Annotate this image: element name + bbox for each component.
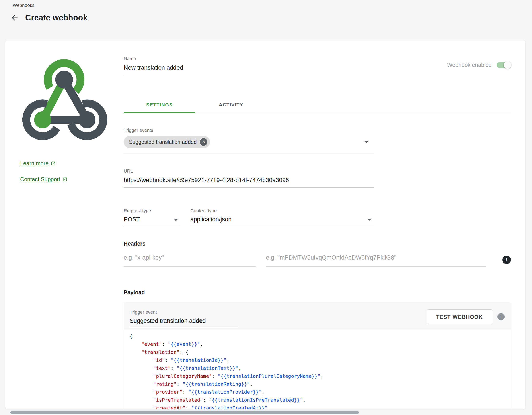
webhook-enabled-toggle[interactable] <box>496 62 511 68</box>
back-arrow-icon <box>10 13 19 22</box>
horizontal-scrollbar[interactable] <box>10 411 359 414</box>
page-title: Create webhook <box>25 13 87 22</box>
name-input[interactable] <box>124 63 374 76</box>
plus-icon: + <box>504 257 509 263</box>
content-type-field: Content type application/json <box>190 208 374 226</box>
payload-trigger-select[interactable]: Suggested translation added <box>130 317 238 328</box>
payload-code[interactable]: { "event": "{{event}}", "translation": {… <box>124 330 511 409</box>
open-in-new-icon <box>63 177 67 182</box>
breadcrumb[interactable]: Webhooks <box>13 3 35 8</box>
payload-header: Trigger event Suggested translation adde… <box>124 303 511 330</box>
chevron-down-icon <box>199 320 203 323</box>
payload-heading: Payload <box>124 289 145 296</box>
tab-settings[interactable]: SETTINGS <box>124 97 195 113</box>
webhook-logo <box>21 58 109 142</box>
webhook-card: Learn more Contact Support Name Webhook … <box>5 40 526 409</box>
content-type-select[interactable]: application/json <box>190 215 374 226</box>
chip-remove-button[interactable]: ✕ <box>200 138 207 146</box>
payload-editor: Trigger event Suggested translation adde… <box>124 303 511 409</box>
back-button[interactable] <box>10 13 19 23</box>
add-header-button[interactable]: + <box>502 256 511 264</box>
learn-more-label: Learn more <box>20 160 48 167</box>
payload-trigger-field: Trigger event Suggested translation adde… <box>130 309 238 330</box>
payload-trigger-value: Suggested translation added <box>130 317 206 324</box>
url-field: URL <box>124 168 374 188</box>
payload-trigger-label: Trigger event <box>130 309 238 315</box>
content-type-label: Content type <box>190 208 374 213</box>
toggle-thumb <box>504 61 511 69</box>
trigger-event-chip: Suggested translation added ✕ <box>124 136 210 148</box>
request-type-label: Request type <box>124 208 179 213</box>
header-key-input[interactable] <box>124 253 256 267</box>
test-webhook-button[interactable]: TEST WEBHOOK <box>427 309 492 324</box>
open-in-new-icon <box>51 161 56 166</box>
contact-support-link[interactable]: Contact Support <box>20 176 67 183</box>
request-type-select[interactable]: POST <box>124 215 179 226</box>
payload-actions: TEST WEBHOOK i <box>427 309 504 330</box>
header-value-input[interactable] <box>266 253 486 267</box>
close-icon: ✕ <box>202 139 205 144</box>
page-header: Create webhook <box>10 13 87 23</box>
trigger-events-select[interactable]: Suggested translation added ✕ <box>124 136 374 148</box>
content-type-value: application/json <box>190 216 232 223</box>
webhook-enabled-row: Webhook enabled <box>447 62 511 68</box>
chevron-down-icon <box>174 219 178 221</box>
name-label: Name <box>124 56 374 61</box>
headers-heading: Headers <box>124 240 146 247</box>
info-icon[interactable]: i <box>497 313 504 320</box>
contact-support-label: Contact Support <box>20 176 60 183</box>
chevron-down-icon[interactable] <box>364 141 368 143</box>
chevron-down-icon <box>368 219 372 221</box>
request-type-value: POST <box>124 216 140 223</box>
trigger-events-label: Trigger events <box>124 128 374 133</box>
name-field: Name <box>124 56 374 76</box>
tab-bar: SETTINGS ACTIVITY <box>124 97 511 113</box>
url-label: URL <box>124 168 374 174</box>
webhook-form: Name Webhook enabled SETTINGS ACTIVITY T… <box>124 40 511 409</box>
request-type-field: Request type POST <box>124 208 179 226</box>
webhook-enabled-label: Webhook enabled <box>447 62 492 68</box>
trigger-events-field: Trigger events Suggested translation add… <box>124 128 374 153</box>
learn-more-link[interactable]: Learn more <box>20 160 56 167</box>
trigger-event-chip-label: Suggested translation added <box>129 139 197 145</box>
url-input[interactable] <box>124 176 374 188</box>
tab-activity[interactable]: ACTIVITY <box>195 97 267 113</box>
headers-row: + <box>124 253 511 267</box>
